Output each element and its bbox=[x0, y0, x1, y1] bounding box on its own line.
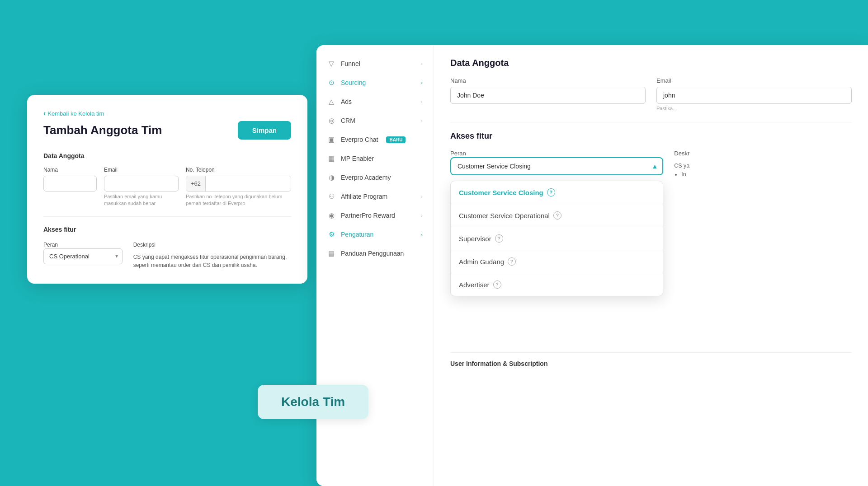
card-header: Tambah Anggota Tim Simpan bbox=[43, 121, 291, 140]
akses-fitur-label: Akses fitur bbox=[43, 226, 291, 233]
sidebar-item-funnel[interactable]: ▽ Funnel › bbox=[316, 54, 434, 73]
chevron-right-icon-crm: › bbox=[421, 118, 423, 123]
nama-field-group: Nama bbox=[43, 167, 97, 207]
panduan-penggunaan-icon: ▤ bbox=[327, 249, 335, 257]
main-nama-input[interactable] bbox=[450, 87, 646, 104]
main-deskripsi-label: Deskr bbox=[674, 150, 689, 157]
deskripsi-label: Deskripsi bbox=[133, 242, 156, 248]
sidebar-item-left-sourcing: ⊙ Sourcing bbox=[327, 79, 366, 87]
sidebar-item-left-mp-enabler: ▦ MP Enabler bbox=[327, 154, 374, 163]
sidebar-item-crm[interactable]: ◎ CRM › bbox=[316, 111, 434, 130]
chevron-up-icon-peran: ▲ bbox=[651, 163, 658, 170]
sidebar-item-pengaturan[interactable]: ⚙ Pengaturan ‹ bbox=[316, 225, 434, 244]
pengaturan-icon: ⚙ bbox=[327, 230, 335, 238]
sidebar-item-left-crm: ◎ CRM bbox=[327, 117, 355, 125]
sidebar-item-sourcing[interactable]: ⊙ Sourcing ‹ bbox=[316, 73, 434, 92]
deskripsi-group: Deskripsi CS yang dapat mengakses fitur … bbox=[133, 240, 291, 269]
main-deskripsi-content: CS ya In bbox=[674, 157, 852, 179]
dropdown-item-admin-gudang[interactable]: Admin Gudang ? bbox=[451, 250, 663, 273]
new-badge: BARU bbox=[386, 136, 406, 143]
partnerpro-reward-icon: ◉ bbox=[327, 211, 335, 220]
email-field-group: Email Pastikan email yang kamu masukkan … bbox=[104, 167, 179, 207]
kelola-tim-text: Kelola Tim bbox=[281, 395, 345, 409]
sidebar-item-ads[interactable]: △ Ads › bbox=[316, 92, 434, 111]
phone-field-group: No. Telepon +62 Pastikan no. telepon yan… bbox=[186, 167, 291, 207]
user-info-title: User Information & Subscription bbox=[450, 360, 547, 367]
peran-select[interactable]: CS Operational bbox=[43, 248, 123, 264]
sidebar-item-left-ads: △ Ads bbox=[327, 98, 352, 106]
phone-label: No. Telepon bbox=[186, 167, 291, 173]
fields-row: Nama Email Pastikan email yang kamu masu… bbox=[43, 167, 291, 207]
main-peran-select[interactable]: Customer Service Closing ▲ bbox=[450, 157, 663, 175]
sidebar-item-label-crm: CRM bbox=[341, 117, 355, 124]
info-icon-cs-operational: ? bbox=[553, 211, 561, 220]
akses-fitur-section: Akses fitur Peran CS Operational ▾ Deskr… bbox=[43, 226, 291, 269]
akses-fitur-main-title: Akses fitur bbox=[450, 131, 852, 141]
peran-label: Peran bbox=[43, 242, 58, 248]
chevron-right-icon: › bbox=[421, 61, 423, 66]
sidebar-item-panduan-penggunaan[interactable]: ▤ Panduan Penggunaan bbox=[316, 244, 434, 263]
main-email-field: Email Pastika... bbox=[656, 77, 852, 111]
data-fields-row: Nama Email Pastika... bbox=[450, 77, 852, 111]
sidebar-item-left-everpro-academy: ◑ Everpro Academy bbox=[327, 173, 391, 182]
sidebar-item-label-sourcing: Sourcing bbox=[341, 79, 366, 86]
dropdown-item-cs-closing[interactable]: Customer Service Closing ? bbox=[451, 181, 663, 204]
deskripsi-cs-text: CS ya bbox=[674, 162, 852, 170]
dropdown-item-advertiser[interactable]: Advertiser ? bbox=[451, 273, 663, 296]
right-panel: ▽ Funnel › ⊙ Sourcing ‹ △ Ads › ◎ CRM bbox=[316, 45, 868, 486]
affiliate-program-icon: ⚇ bbox=[327, 192, 335, 201]
main-email-input[interactable] bbox=[656, 87, 852, 104]
dropdown-label-admin-gudang: Admin Gudang bbox=[459, 258, 504, 266]
info-icon-admin-gudang: ? bbox=[508, 257, 516, 266]
main-peran-label: Peran bbox=[450, 150, 466, 157]
sidebar-item-mp-enabler[interactable]: ▦ MP Enabler bbox=[316, 149, 434, 168]
dropdown-item-cs-operational[interactable]: Customer Service Operational ? bbox=[451, 204, 663, 227]
divider bbox=[43, 216, 291, 217]
sidebar-item-everpro-academy[interactable]: ◑ Everpro Academy bbox=[316, 168, 434, 187]
save-button[interactable]: Simpan bbox=[238, 121, 291, 140]
everpro-chat-icon: ▣ bbox=[327, 136, 335, 144]
phone-input[interactable] bbox=[206, 176, 291, 191]
sidebar-item-label-mp-enabler: MP Enabler bbox=[341, 155, 374, 162]
main-akses-row: Peran Customer Service Closing ▲ Custome… bbox=[450, 149, 852, 181]
main-deskripsi-group: Deskr CS ya In bbox=[674, 149, 852, 181]
sidebar-item-label-affiliate-program: Affiliate Program bbox=[341, 193, 387, 200]
sidebar-item-left-partnerpro-reward: ◉ PartnerPro Reward bbox=[327, 211, 395, 220]
sidebar-item-label-funnel: Funnel bbox=[341, 60, 360, 67]
chevron-right-icon-partnerpro: › bbox=[421, 213, 423, 218]
back-link[interactable]: Kembali ke Kelola tim bbox=[43, 109, 291, 117]
deskripsi-item-1: In bbox=[681, 170, 852, 179]
email-label: Email bbox=[104, 167, 179, 173]
email-hint: Pastikan email yang kamu masukkan sudah … bbox=[104, 193, 179, 207]
crm-icon: ◎ bbox=[327, 117, 335, 125]
peran-selected-value: Customer Service Closing bbox=[458, 163, 531, 170]
main-divider bbox=[450, 122, 852, 122]
sidebar-item-partnerpro-reward[interactable]: ◉ PartnerPro Reward › bbox=[316, 206, 434, 225]
sidebar-item-label-partnerpro-reward: PartnerPro Reward bbox=[341, 212, 395, 219]
email-input[interactable] bbox=[104, 176, 179, 192]
everpro-academy-icon: ◑ bbox=[327, 173, 335, 182]
sourcing-icon: ⊙ bbox=[327, 79, 335, 87]
main-peran-select-wrap: Customer Service Closing ▲ Customer Serv… bbox=[450, 157, 663, 175]
sidebar-item-everpro-chat[interactable]: ▣ Everpro Chat BARU bbox=[316, 130, 434, 149]
sidebar: ▽ Funnel › ⊙ Sourcing ‹ △ Ads › ◎ CRM bbox=[316, 45, 434, 486]
sidebar-item-affiliate-program[interactable]: ⚇ Affiliate Program › bbox=[316, 187, 434, 206]
info-icon-supervisor: ? bbox=[495, 234, 503, 243]
left-card: Kembali ke Kelola tim Tambah Anggota Tim… bbox=[27, 95, 307, 284]
sidebar-item-label-ads: Ads bbox=[341, 98, 352, 105]
kelola-tim-badge: Kelola Tim bbox=[258, 385, 368, 419]
chevron-right-icon-affiliate: › bbox=[421, 194, 423, 199]
sidebar-item-left: ▽ Funnel bbox=[327, 60, 360, 68]
dropdown-item-supervisor[interactable]: Supervisor ? bbox=[451, 227, 663, 250]
sidebar-item-label-everpro-chat: Everpro Chat bbox=[341, 136, 378, 143]
sidebar-item-label-everpro-academy: Everpro Academy bbox=[341, 174, 391, 181]
nama-input[interactable] bbox=[43, 176, 97, 192]
peran-dropdown: Customer Service Closing ? Customer Serv… bbox=[450, 181, 663, 296]
main-email-hint: Pastika... bbox=[656, 106, 852, 111]
main-peran-group: Peran Customer Service Closing ▲ Custome… bbox=[450, 149, 663, 175]
sidebar-item-left-pengaturan: ⚙ Pengaturan bbox=[327, 230, 373, 238]
chevron-right-icon-ads: › bbox=[421, 99, 423, 104]
sidebar-item-left-panduan-penggunaan: ▤ Panduan Penggunaan bbox=[327, 249, 404, 257]
main-email-label: Email bbox=[656, 77, 852, 84]
phone-prefix: +62 bbox=[186, 176, 206, 191]
